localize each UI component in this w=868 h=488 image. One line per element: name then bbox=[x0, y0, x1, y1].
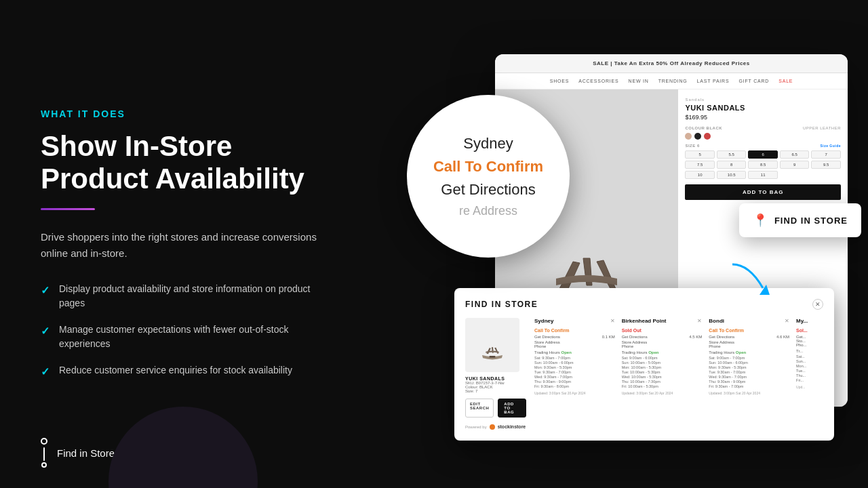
check-icon: ✓ bbox=[41, 323, 50, 340]
size-10-5[interactable]: 10.5 bbox=[717, 171, 747, 179]
store-hours-sat: Sat: 9:00am - 6:00pm bbox=[622, 356, 703, 360]
decorative-line bbox=[41, 208, 95, 210]
upper-label: UPPER LEATHER bbox=[803, 126, 841, 130]
nav-last-pairs: LAST PAIRS bbox=[697, 79, 730, 83]
edit-search-button[interactable]: EDIT SEARCH bbox=[465, 399, 494, 418]
checklist-item-text: Reduce customer service enquiries for st… bbox=[59, 363, 292, 378]
size-6[interactable]: 6 bbox=[748, 150, 778, 159]
store-hours-sun: Sun: 10:00am - 6:00pm bbox=[534, 361, 615, 365]
store-hours-sun: Sun: 10:00am - 5:00pm bbox=[622, 361, 703, 365]
modal-product-size: Size: 7 bbox=[465, 389, 526, 393]
store-status: Call To Confirm bbox=[534, 328, 615, 333]
store-status: Sold Out bbox=[622, 328, 703, 333]
store-hours-tue: Tue: 9:30am - 7:00pm bbox=[534, 370, 615, 374]
check-icon: ✓ bbox=[41, 283, 50, 299]
store-directions-link[interactable]: Get Directions bbox=[534, 335, 560, 339]
store-hours-fri: Fri: 9:30am - 7:00pm bbox=[709, 384, 789, 388]
svg-rect-3 bbox=[490, 356, 496, 358]
stockinstore-logo: stockinstore bbox=[490, 424, 526, 430]
store-hours-tue: Tue: 10:00am - 5:30pm bbox=[622, 370, 703, 374]
store-hours-sat: Sat: 9:30am - 7:00pm bbox=[534, 356, 615, 360]
store-updated-text: Updated: 3:00pm Sat 20 Apr 2024 bbox=[622, 391, 703, 395]
add-to-bag-button[interactable]: ADD TO BAG bbox=[685, 184, 841, 200]
store-distance: 0.1 KM bbox=[602, 335, 615, 339]
popup-directions: Get Directions bbox=[441, 181, 535, 199]
pin-stem bbox=[43, 447, 45, 461]
modal-footer: Powered by stockinstore bbox=[465, 424, 823, 430]
modal-sandal-icon bbox=[472, 325, 513, 365]
product-title: YUKI SANDALS bbox=[685, 104, 841, 112]
store-hours-wed: Wed: 9:30am - 7:00pm bbox=[534, 375, 615, 379]
store-directions-link[interactable]: Get Directions bbox=[709, 335, 734, 339]
color-dot-red bbox=[704, 133, 711, 140]
popup-city: Sydney bbox=[463, 135, 513, 152]
store-phone: Pho... bbox=[796, 343, 823, 347]
color-dot-nude bbox=[685, 133, 692, 140]
feature-checklist: ✓ Display product availability and store… bbox=[41, 282, 326, 380]
store-hours-label: Trading Hours Open bbox=[622, 350, 703, 354]
store-remove-icon[interactable]: ✕ bbox=[785, 318, 789, 324]
store-header: My... bbox=[796, 318, 823, 324]
find-in-store-modal: FIND IN STORE ✕ YUKI SANDALS SKU: B0 bbox=[454, 288, 834, 441]
store-col-sydney: Sydney ✕ Call To Confirm Get Directions … bbox=[534, 318, 615, 418]
store-remove-icon[interactable]: ✕ bbox=[610, 318, 615, 324]
store-hours-wed: Wed: 9:30am - 7:00pm bbox=[709, 375, 789, 379]
checklist-item-text: Manage customer expectations with fewer … bbox=[59, 323, 326, 351]
store-remove-icon[interactable]: ✕ bbox=[697, 318, 702, 324]
store-hours-fri: Fri: 10:00am - 5:30pm bbox=[622, 384, 703, 388]
store-directions-link[interactable]: Get Directions bbox=[622, 335, 648, 339]
store-hours-mon: Mon: 10:00am - 5:30pm bbox=[622, 365, 703, 369]
size-10[interactable]: 10 bbox=[685, 171, 715, 179]
size-5-5[interactable]: 5.5 bbox=[717, 150, 747, 159]
left-panel: WHAT IT DOES Show In-Store Product Avail… bbox=[41, 108, 326, 392]
find-in-store-card[interactable]: 📍 FIND IN STORE bbox=[739, 203, 861, 237]
store-open-status: Open bbox=[736, 350, 746, 354]
store-col-bondi: Bondi ✕ Call To Confirm Get Directions 4… bbox=[709, 318, 789, 418]
modal-close-button[interactable]: ✕ bbox=[812, 299, 823, 310]
size-7[interactable]: 7 bbox=[811, 150, 841, 159]
heading-line2: Product Availability bbox=[41, 163, 304, 195]
mockup-topbar: SALE | Take An Extra 50% Off Already Red… bbox=[495, 54, 848, 73]
popup-circle-overlay: Sydney Call To Confirm Get Directions re… bbox=[407, 95, 570, 258]
size-11[interactable]: 11 bbox=[748, 171, 778, 179]
size-8-5[interactable]: 8.5 bbox=[748, 161, 778, 169]
nav-accessories: ACCESSORIES bbox=[578, 79, 618, 83]
size-grid: 5 5.5 6 6.5 7 7.5 8 8.5 9 9.5 10 10.5 11 bbox=[685, 150, 841, 179]
modal-product-image bbox=[465, 318, 519, 372]
store-hours: Tr... bbox=[796, 349, 823, 353]
popup-status: Call To Confirm bbox=[433, 158, 543, 176]
size-8[interactable]: 8 bbox=[717, 161, 747, 169]
check-icon: ✓ bbox=[41, 364, 50, 380]
store-updated-text: Updated: 3:00pm Sat 20 Apr 2024 bbox=[534, 391, 615, 395]
store-directions-row: Get Directions 0.1 KM bbox=[534, 335, 615, 339]
pin-icon bbox=[41, 438, 47, 468]
size-6-5[interactable]: 6.5 bbox=[780, 150, 810, 159]
right-panel: SALE | Take An Extra 50% Off Already Red… bbox=[448, 41, 854, 447]
store-open-status: Open bbox=[648, 350, 658, 354]
modal-add-to-bag-button[interactable]: ADD TO BAG bbox=[498, 399, 526, 418]
nav-new-in: NEW IN bbox=[629, 79, 649, 83]
store-hours-sun: Sun: 10:00am - 6:00pm bbox=[709, 361, 789, 365]
size-7-5[interactable]: 7.5 bbox=[685, 161, 715, 169]
store-header: Bondi ✕ bbox=[709, 318, 789, 324]
store-columns-list: Sydney ✕ Call To Confirm Get Directions … bbox=[534, 318, 823, 418]
modal-header: FIND IN STORE ✕ bbox=[465, 299, 823, 310]
store-updated-text: Updated: 3:00pm Sat 20 Apr 2024 bbox=[709, 391, 789, 395]
modal-stores-row: YUKI SANDALS SKU: B07157-3-7-Nw Colour: … bbox=[465, 318, 823, 418]
store-hours-sat: Sat: 9:00am - 7:00pm bbox=[709, 356, 789, 360]
store-hours-mon: Mon: 9:30am - 5:30pm bbox=[534, 365, 615, 369]
size-9-5[interactable]: 9.5 bbox=[811, 161, 841, 169]
size-9[interactable]: 9 bbox=[780, 161, 810, 169]
modal-action-buttons: EDIT SEARCH ADD TO BAG bbox=[465, 399, 526, 418]
find-in-store-text: FIND IN STORE bbox=[774, 216, 848, 226]
size-5[interactable]: 5 bbox=[685, 150, 715, 159]
store-hours-thu: Thu: 10:00am - 7:30pm bbox=[622, 380, 703, 384]
store-phone-label: Phone bbox=[709, 344, 789, 348]
nav-sale: SALE bbox=[778, 79, 793, 83]
store-name: Sydney bbox=[534, 318, 553, 324]
store-hours-thu: Thu: 9:30am - 9:00pm bbox=[709, 380, 789, 384]
nav-trending: TRENDING bbox=[658, 79, 688, 83]
brand-breadcrumb: Sandals bbox=[685, 98, 841, 102]
store-col-partial: My... Sol... Get... Sto... Pho... Tr... … bbox=[796, 318, 823, 418]
store-phone-label: Phone bbox=[534, 344, 615, 348]
